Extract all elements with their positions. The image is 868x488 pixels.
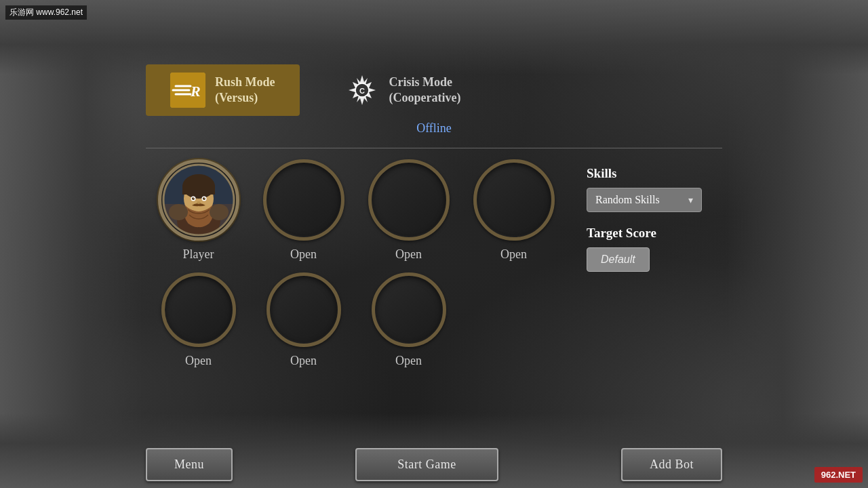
slot-5-label: Open: [185, 354, 212, 368]
target-score-section: Target Score Default: [587, 226, 722, 272]
target-score-button[interactable]: Default: [587, 247, 650, 272]
slot-player-4[interactable]: Open: [461, 159, 566, 262]
slot-player-3[interactable]: Open: [356, 159, 461, 262]
slot-ring-6[interactable]: [267, 272, 341, 347]
slots-row-bottom: Open Open Open: [146, 272, 573, 368]
slots-row-top: Player Open Open Open: [146, 159, 573, 262]
svg-rect-17: [182, 185, 215, 195]
svg-point-22: [193, 197, 195, 199]
rush-mode-label: Rush Mode (Versus): [215, 75, 275, 106]
rush-icon: R: [170, 73, 205, 108]
bottom-bar: Menu Start Game Add Bot: [146, 448, 722, 481]
watermark-bottom-right: 962.NET: [814, 467, 863, 483]
slot-3-label: Open: [395, 247, 422, 262]
slot-player-1[interactable]: Player: [146, 159, 251, 262]
skills-section: Skills Random Skills ▾: [587, 166, 722, 212]
slot-6-label: Open: [290, 354, 317, 368]
svg-text:C: C: [359, 87, 365, 95]
crisis-icon: C: [344, 73, 380, 108]
svg-point-23: [204, 197, 205, 199]
slots-container: Player Open Open Open: [146, 159, 722, 379]
offline-label: Offline: [146, 121, 722, 136]
slot-ring-2[interactable]: [263, 159, 344, 241]
slot-7-label: Open: [395, 354, 422, 368]
svg-point-25: [169, 204, 188, 220]
watermark-top-left: 乐游网 www.962.net: [5, 5, 87, 20]
player-slots: Player Open Open Open: [146, 159, 573, 379]
target-score-label: Target Score: [587, 226, 722, 241]
add-bot-button[interactable]: Add Bot: [621, 448, 722, 481]
crisis-mode-label: Crisis Mode (Cooperative): [389, 75, 461, 106]
menu-button[interactable]: Menu: [146, 448, 233, 481]
dropdown-arrow-icon: ▾: [688, 195, 693, 206]
svg-point-26: [210, 204, 229, 220]
tab-rush-mode[interactable]: R Rush Mode (Versus): [146, 64, 300, 116]
slot-ring-4[interactable]: [473, 159, 555, 241]
main-panel: R Rush Mode (Versus) C: [146, 64, 722, 427]
slot-player-7[interactable]: Open: [356, 272, 461, 368]
divider: [146, 148, 722, 148]
slot-4-label: Open: [500, 247, 527, 262]
skills-dropdown[interactable]: Random Skills ▾: [587, 188, 702, 212]
skills-label: Skills: [587, 166, 722, 181]
svg-text:R: R: [190, 83, 201, 100]
slot-player-2[interactable]: Open: [251, 159, 356, 262]
slot-ring-1[interactable]: [158, 159, 239, 241]
slot-player-6[interactable]: Open: [251, 272, 356, 368]
slot-player-5[interactable]: Open: [146, 272, 251, 368]
mode-tabs: R Rush Mode (Versus) C: [146, 64, 722, 116]
tab-crisis-mode[interactable]: C Crisis Mode (Cooperative): [320, 64, 486, 116]
start-game-button[interactable]: Start Game: [355, 448, 498, 481]
slot-1-label: Player: [183, 247, 214, 262]
right-panel: Skills Random Skills ▾ Target Score Defa…: [587, 159, 722, 379]
skills-dropdown-value: Random Skills: [595, 194, 660, 206]
stone-top: [0, 0, 868, 75]
slot-ring-3[interactable]: [368, 159, 450, 241]
slot-ring-5[interactable]: [161, 272, 236, 347]
slot-2-label: Open: [290, 247, 317, 262]
slot-ring-7[interactable]: [372, 272, 446, 347]
